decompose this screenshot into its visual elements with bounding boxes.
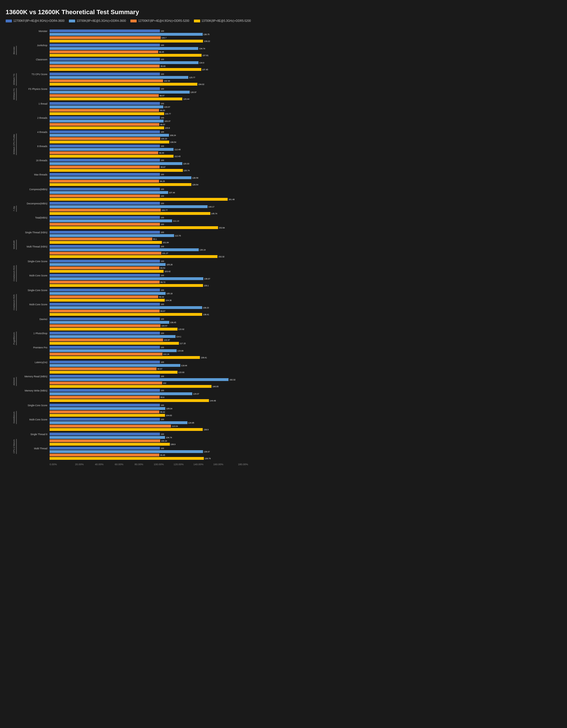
bar-pct-8-1-1: 114.1 <box>176 336 181 338</box>
bar-fill-3-2-3 <box>50 141 169 143</box>
section-items-5: Single Thread (KB/s)100112.7693.1101.84M… <box>18 230 266 259</box>
section-label-10: GeekBench <box>6 403 18 432</box>
bar-pct-9-0-3: 115.93 <box>178 371 184 373</box>
bar-fill-10-1-3 <box>50 428 203 431</box>
bar-row-3-1-0: 100 <box>50 116 266 119</box>
item-8-1: 1 PhotoShop100114.1102.87117.15 <box>18 331 266 345</box>
bar-pct-11-1-2: 99.45 <box>160 454 165 456</box>
bar-row-3-2-1: 108.24 <box>50 134 266 137</box>
bar-row-3-4-1: 120.33 <box>50 162 266 165</box>
bar-row-9-2-2: 99.8 <box>50 396 266 399</box>
bar-row-9-1-2: 102 <box>50 382 266 384</box>
bar-pct-0-2-1: 134.9 <box>199 62 204 64</box>
item-name-9-0: Latency(ns) <box>18 360 50 364</box>
bar-pct-3-3-0: 100 <box>161 145 164 147</box>
bar-row-10-0-2: 99.42 <box>50 410 266 413</box>
item-5-0: Single Thread (KB/s)100112.7693.1101.84 <box>18 230 266 244</box>
bar-row-11-1-0: 100 <box>50 447 266 450</box>
section-6: Cinebench R23Single-Core Score100105.269… <box>6 259 266 288</box>
section-label-text-9: AIDA44 <box>12 377 17 386</box>
bar-row-8-1-3: 117.15 <box>50 342 266 345</box>
chart-title: 13600K vs 12600K Theoretical Test Summar… <box>6 9 266 16</box>
bar-fill-8-1-0 <box>50 332 160 335</box>
bar-row-3-3-2: 98.49 <box>50 151 266 154</box>
bar-pct-1-0-2: 102.93 <box>164 80 170 82</box>
bar-fill-4-0-3 <box>50 198 228 201</box>
bar-pct-4-1-0: 100 <box>161 202 164 204</box>
bar-row-1-0-3: 134.02 <box>50 83 266 86</box>
item-name-9-2: Memory Write (MB/s) <box>18 389 50 392</box>
bar-row-0-1-1: 134.74 <box>50 47 266 50</box>
bar-fill-6-0-2 <box>50 266 159 269</box>
section-label-text-10: GeekBench <box>12 411 17 424</box>
bar-fill-5-0-1 <box>50 234 174 237</box>
bar-fill-3-0-1 <box>50 105 163 108</box>
bar-fill-2-0-0 <box>50 87 160 90</box>
bar-row-8-2-1: 115.09 <box>50 349 266 352</box>
bar-pct-6-0-0: 100 <box>161 260 164 262</box>
item-name-3-5: Max threads <box>18 173 50 176</box>
bar-pct-11-1-0: 100 <box>161 447 164 449</box>
bar-pct-11-0-2: 100.24 <box>161 440 167 442</box>
bar-pct-9-0-2: 96.97 <box>157 368 162 370</box>
item-bars-11-1: 100139.0799.45139.79 <box>50 446 266 460</box>
bar-fill-1-0-1 <box>50 76 188 79</box>
section-items-3: 1 thread100103.0799.33103.772 threads100… <box>18 102 266 187</box>
bar-row-8-1-0: 100 <box>50 332 266 335</box>
bar-pct-4-0-1: 107.44 <box>169 192 175 194</box>
bar-row-5-1-1: 135.19 <box>50 248 266 251</box>
bar-pct-3-5-0: 100 <box>161 173 164 175</box>
item-3-3: 8 threads100112.4898.49112.43 <box>18 144 266 158</box>
item-bars-6-0: 100105.2699.53103.42 <box>50 259 266 273</box>
bar-row-6-0-2: 99.53 <box>50 266 266 269</box>
bar-pct-4-1-2: 100.77 <box>162 209 168 211</box>
bar-fill-8-1-2 <box>50 338 163 341</box>
section-items-11: Single Thread 8100104.74100.24108.9Multi… <box>18 432 266 461</box>
bar-pct-9-1-1: 162.32 <box>229 379 235 381</box>
section-items-9: Latency(ns)100118.4496.97115.93Memory Re… <box>18 360 266 403</box>
item-8-0: Davinci100108.45100.57115.92 <box>18 317 266 331</box>
item-name-5-1: Multi Thread (KB/s) <box>18 245 50 248</box>
item-1-0: TS CPU Score100125.77102.93134.02 <box>18 72 266 86</box>
bar-pct-7-0-3: 104.36 <box>166 299 172 301</box>
bar-fill-4-2-0 <box>50 216 160 219</box>
bar-fill-7-1-1 <box>50 306 202 309</box>
bar-pct-0-1-1: 134.74 <box>199 48 205 50</box>
bar-pct-9-2-0: 100 <box>161 390 164 391</box>
bar-row-3-4-0: 100 <box>50 159 266 162</box>
bar-pct-3-5-1: 128.59 <box>192 177 198 179</box>
bar-fill-0-0-2 <box>50 36 161 39</box>
bar-pct-10-1-0: 100 <box>161 418 164 420</box>
section-label-1: 3DMark TS <box>6 72 18 86</box>
item-name-3-3: 8 threads <box>18 144 50 148</box>
section-label-text-5: WinRAR <box>12 240 17 250</box>
bar-fill-6-1-0 <box>50 274 160 277</box>
bar-pct-3-1-0: 100 <box>161 117 164 119</box>
item-bars-3-0: 100103.0799.33103.77 <box>50 102 266 115</box>
item-bars-4-0: 100107.44100161.48 <box>50 187 266 201</box>
section-7: Cinebench R25Single-Core Score100105.189… <box>6 288 266 317</box>
bar-row-0-0-1: 138.75 <box>50 33 266 36</box>
bar-fill-6-0-0 <box>50 260 160 263</box>
bar-pct-0-0-0: 100 <box>161 30 164 32</box>
x-tick-9: 180.00% <box>228 463 248 466</box>
bar-fill-9-2-3 <box>50 399 209 402</box>
bar-fill-5-0-2 <box>50 238 152 240</box>
item-name-10-1: Multi-Core Score <box>18 418 50 421</box>
item-bars-8-1: 100114.1102.87117.15 <box>50 331 266 345</box>
chart-body: BlenderMonster100138.75100.7139.22Junksh… <box>6 29 266 461</box>
item-0-2: Classroom100134.999.83137.45 <box>18 58 266 71</box>
bar-pct-3-0-0: 100 <box>161 103 164 105</box>
x-tick-4: 80.00% <box>129 463 149 466</box>
bar-pct-3-2-3: 108.54 <box>170 141 176 143</box>
bar-row-9-2-0: 100 <box>50 389 266 392</box>
bar-row-11-0-1: 104.74 <box>50 436 266 439</box>
section-items-7: Single-Core Score100105.1898.44104.36Mul… <box>18 288 266 317</box>
bar-row-5-1-3: 152.32 <box>50 255 266 258</box>
x-tick-3: 60.00% <box>109 463 129 466</box>
bar-pct-10-0-3: 104.63 <box>166 414 172 416</box>
bar-fill-7-1-3 <box>50 313 202 316</box>
bar-row-0-0-0: 100 <box>50 29 266 32</box>
bar-pct-5-1-1: 135.19 <box>200 249 206 251</box>
bar-row-5-0-2: 93.1 <box>50 238 266 240</box>
